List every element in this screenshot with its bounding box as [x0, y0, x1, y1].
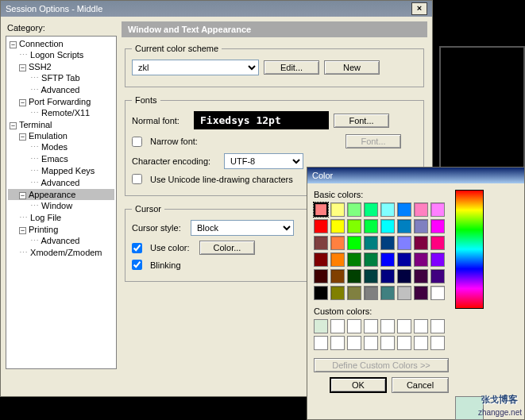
color-swatch[interactable] [397, 219, 411, 233]
color-swatch[interactable] [414, 219, 428, 233]
color-swatch[interactable] [330, 202, 345, 217]
custom-color-swatch[interactable] [314, 319, 328, 333]
tree-toggle-icon[interactable]: − [10, 122, 17, 129]
tree-item[interactable]: ⋯ Advanced [8, 84, 114, 96]
color-swatch[interactable] [364, 269, 378, 283]
color-swatch[interactable] [380, 286, 395, 300]
color-swatch[interactable] [364, 202, 378, 217]
color-swatch[interactable] [430, 202, 445, 217]
color-swatch[interactable] [330, 219, 345, 233]
custom-color-swatch[interactable] [364, 319, 378, 333]
color-swatch[interactable] [380, 202, 395, 217]
custom-color-swatch[interactable] [347, 336, 361, 350]
edit-button[interactable]: Edit... [264, 60, 319, 75]
color-swatch[interactable] [314, 202, 328, 217]
tree-item[interactable]: ⋯ Remote/X11 [8, 107, 114, 119]
color-swatch[interactable] [330, 286, 345, 300]
font-button[interactable]: Font... [334, 114, 389, 128]
color-swatch[interactable] [414, 269, 428, 283]
color-swatch[interactable] [347, 236, 361, 250]
color-swatch[interactable] [430, 252, 445, 267]
custom-color-swatch[interactable] [364, 336, 378, 350]
color-swatch[interactable] [364, 252, 378, 267]
custom-color-swatch[interactable] [397, 336, 411, 350]
custom-color-swatch[interactable] [414, 336, 428, 350]
cancel-button[interactable]: Cancel [392, 377, 449, 393]
tree-item[interactable]: ⋯ Window [8, 200, 114, 212]
color-swatch[interactable] [380, 236, 395, 250]
color-swatch[interactable] [414, 286, 428, 300]
narrow-font-checkbox[interactable] [132, 137, 142, 147]
tree-item[interactable]: ⋯ Advanced [8, 177, 114, 189]
custom-color-swatch[interactable] [330, 336, 345, 350]
color-swatch[interactable] [330, 269, 345, 283]
color-swatch[interactable] [347, 252, 361, 267]
color-swatch[interactable] [430, 286, 445, 300]
color-swatch[interactable] [430, 219, 445, 233]
color-swatch[interactable] [314, 252, 328, 267]
color-swatch[interactable] [330, 236, 345, 250]
custom-color-swatch[interactable] [397, 319, 411, 333]
blinking-checkbox[interactable] [132, 260, 142, 270]
tree-item[interactable]: ⋯ Modes [8, 141, 114, 153]
tree-item[interactable]: ⋯ Logon Scripts [8, 49, 114, 61]
tree-toggle-icon[interactable]: − [19, 99, 26, 106]
color-swatch[interactable] [314, 219, 328, 233]
color-swatch[interactable] [380, 269, 395, 283]
custom-color-swatch[interactable] [414, 319, 428, 333]
color-button[interactable]: Color... [199, 241, 255, 255]
color-swatch[interactable] [397, 252, 411, 267]
encoding-select[interactable]: UTF-8 [224, 153, 303, 169]
color-swatch[interactable] [314, 236, 328, 250]
color-swatch[interactable] [414, 236, 428, 250]
custom-color-swatch[interactable] [380, 336, 395, 350]
color-swatch[interactable] [347, 286, 361, 300]
custom-color-swatch[interactable] [314, 336, 328, 350]
tree-item[interactable]: ⋯ Log File [8, 212, 114, 224]
color-swatch[interactable] [314, 286, 328, 300]
color-swatch[interactable] [380, 219, 395, 233]
tree-item[interactable]: −Port Forwarding [8, 96, 114, 107]
color-gradient[interactable] [455, 190, 484, 309]
scheme-select[interactable]: zkl [132, 60, 259, 75]
color-swatch[interactable] [347, 219, 361, 233]
tree-item[interactable]: −Emulation [8, 130, 114, 141]
close-icon[interactable]: × [411, 2, 427, 15]
color-swatch[interactable] [397, 202, 411, 217]
color-swatch[interactable] [397, 286, 411, 300]
ok-button[interactable]: OK [330, 377, 387, 393]
tree-item[interactable]: ⋯ Mapped Keys [8, 165, 114, 177]
tree-item[interactable]: ⋯ SFTP Tab [8, 72, 114, 84]
new-button[interactable]: New [324, 60, 380, 75]
color-swatch[interactable] [380, 252, 395, 267]
color-swatch[interactable] [414, 202, 428, 217]
custom-color-swatch[interactable] [330, 319, 345, 333]
color-swatch[interactable] [314, 269, 328, 283]
tree-item[interactable]: −SSH2 [8, 61, 114, 72]
unicode-checkbox[interactable] [132, 174, 142, 184]
tree-toggle-icon[interactable]: − [19, 133, 26, 141]
color-swatch[interactable] [430, 236, 445, 250]
tree-item[interactable]: ⋯ Xmodem/Zmodem [8, 247, 114, 259]
color-swatch[interactable] [397, 269, 411, 283]
color-swatch[interactable] [364, 219, 378, 233]
color-swatch[interactable] [414, 252, 428, 267]
use-color-checkbox[interactable] [132, 243, 142, 253]
color-swatch[interactable] [347, 269, 361, 283]
cursor-style-select[interactable]: Block [191, 220, 294, 236]
tree-toggle-icon[interactable]: − [19, 64, 26, 71]
custom-color-swatch[interactable] [380, 319, 395, 333]
category-tree[interactable]: −Connection⋯ Logon Scripts−SSH2⋯ SFTP Ta… [6, 36, 117, 369]
tree-item[interactable]: −Terminal [8, 119, 114, 130]
color-swatch[interactable] [364, 236, 378, 250]
tree-item[interactable]: ⋯ Emacs [8, 153, 114, 165]
custom-color-swatch[interactable] [347, 319, 361, 333]
tree-item[interactable]: −Printing [8, 224, 114, 235]
tree-item[interactable]: −Connection [8, 38, 114, 49]
color-swatch[interactable] [330, 252, 345, 267]
color-swatch[interactable] [347, 202, 361, 217]
tree-toggle-icon[interactable]: − [10, 41, 17, 48]
custom-color-swatch[interactable] [430, 319, 445, 333]
color-swatch[interactable] [430, 269, 445, 283]
custom-color-swatch[interactable] [430, 336, 445, 350]
